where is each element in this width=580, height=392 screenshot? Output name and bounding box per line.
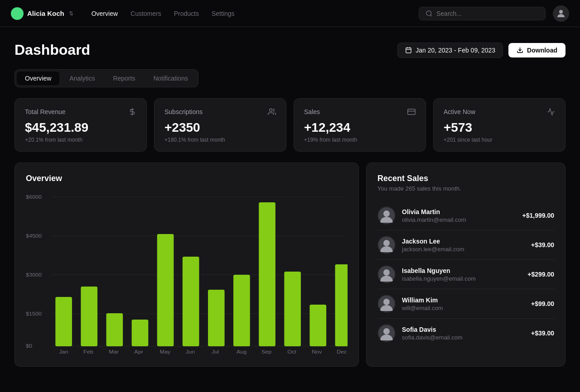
nav-right	[419, 5, 569, 22]
svg-text:$0: $0	[26, 343, 32, 349]
stat-card-sales-label: Sales	[304, 108, 320, 115]
sale-email-isabella: isabella.nguyen@email.com	[402, 275, 521, 282]
svg-text:$1500: $1500	[26, 311, 42, 317]
sale-avatar-william	[377, 295, 396, 313]
recent-sales-card: Recent Sales You made 265 sales this mon…	[366, 163, 566, 367]
bar-chart-svg: $6000 $4500 $3000 $1500 $0	[26, 192, 348, 355]
svg-text:Nov: Nov	[312, 349, 322, 355]
stat-card-revenue-value: $45,231.89	[25, 120, 136, 135]
sale-name-jackson: Jackson Lee	[402, 238, 525, 245]
svg-rect-22	[55, 297, 72, 346]
stat-card-subs-sub: +180.1% from last month	[164, 137, 276, 143]
svg-rect-32	[309, 305, 326, 346]
svg-point-53	[383, 299, 390, 305]
nav-link-settings[interactable]: Settings	[212, 10, 235, 17]
stat-cards: Total Revenue $45,231.89 +20.1% from las…	[14, 98, 566, 152]
svg-text:$3000: $3000	[26, 272, 42, 278]
stat-card-revenue-label: Total Revenue	[25, 108, 66, 115]
pulse-icon	[547, 108, 555, 116]
svg-point-47	[383, 210, 390, 217]
sale-info-isabella: Isabella Nguyen isabella.nguyen@email.co…	[402, 267, 521, 282]
sale-email-jackson: jackson.lee@email.com	[402, 246, 525, 253]
download-button[interactable]: Download	[508, 43, 566, 57]
tab-reports[interactable]: Reports	[105, 72, 143, 85]
page-title: Dashboard	[14, 42, 90, 58]
svg-rect-3	[406, 48, 411, 53]
brand[interactable]: Alicia Koch ⇅	[11, 7, 73, 20]
chart-card: Overview $6000 $4500 $3000 $1500 $0	[14, 163, 359, 367]
brand-chevron-icon: ⇅	[69, 10, 73, 17]
svg-text:May: May	[160, 349, 170, 355]
svg-rect-24	[106, 313, 123, 346]
svg-point-49	[383, 240, 390, 246]
card-icon	[407, 108, 416, 116]
nav-link-customers[interactable]: Customers	[130, 10, 161, 17]
sale-name-isabella: Isabella Nguyen	[402, 267, 521, 274]
stat-card-subs-header: Subscriptions	[164, 108, 276, 116]
svg-rect-25	[132, 320, 149, 346]
dollar-icon	[128, 108, 136, 116]
stat-card-sales-header: Sales	[304, 108, 416, 116]
sale-amount-william: +$99.00	[531, 300, 554, 307]
stat-card-revenue-header: Total Revenue	[25, 108, 136, 116]
nav-link-products[interactable]: Products	[174, 10, 199, 17]
stat-card-active-value: +573	[444, 120, 555, 135]
sale-amount-jackson: +$39.00	[531, 241, 554, 249]
svg-point-55	[383, 328, 390, 335]
sale-info-william: William Kim will@email.com	[402, 296, 525, 311]
sale-item-william: William Kim will@email.com +$99.00	[377, 289, 554, 319]
search-box[interactable]	[419, 7, 546, 20]
svg-text:$4500: $4500	[26, 233, 42, 239]
search-icon	[425, 10, 433, 17]
svg-rect-26	[157, 234, 174, 346]
user-avatar[interactable]	[553, 5, 569, 22]
svg-rect-31	[284, 272, 301, 346]
sale-amount-sofia: +$39.00	[531, 330, 554, 337]
sale-info-jackson: Jackson Lee jackson.lee@email.com	[402, 238, 525, 253]
main-content: Dashboard Jan 20, 2023 - Feb 09, 2023 Do…	[0, 27, 580, 378]
sale-avatar-jackson	[377, 236, 396, 254]
calendar-icon	[405, 47, 412, 53]
svg-rect-27	[183, 257, 199, 346]
download-icon	[517, 47, 523, 53]
nav-link-overview[interactable]: Overview	[92, 10, 118, 17]
svg-text:Apr: Apr	[134, 349, 143, 355]
svg-text:Jun: Jun	[186, 349, 195, 355]
download-label: Download	[527, 47, 557, 54]
svg-text:Jan: Jan	[59, 349, 68, 355]
dashboard-tabs: Overview Analytics Reports Notifications	[14, 69, 198, 87]
stat-card-active-sub: +201 since last hour	[444, 137, 555, 143]
sale-avatar-sofia	[377, 324, 396, 342]
recent-sales-title: Recent Sales	[377, 174, 554, 183]
sale-amount-olivia: +$1,999.00	[522, 212, 554, 219]
stat-card-subs-label: Subscriptions	[164, 108, 203, 115]
svg-text:Mar: Mar	[109, 349, 119, 355]
svg-rect-33	[335, 264, 348, 346]
svg-text:Jul: Jul	[212, 349, 219, 355]
stat-card-active-header: Active Now	[444, 108, 555, 116]
sale-name-william: William Kim	[402, 296, 525, 304]
sale-name-sofia: Sofia Davis	[402, 326, 525, 333]
stat-card-revenue-sub: +20.1% from last month	[25, 137, 136, 143]
stat-card-subscriptions: Subscriptions +2350 +180.1% from last mo…	[154, 98, 286, 152]
navbar: Alicia Koch ⇅ Overview Customers Product…	[0, 0, 580, 27]
sale-info-sofia: Sofia Davis sofia.davis@email.com	[402, 326, 525, 341]
sale-item-isabella: Isabella Nguyen isabella.nguyen@email.co…	[377, 260, 554, 289]
tab-analytics[interactable]: Analytics	[61, 72, 103, 85]
sale-item-sofia: Sofia Davis sofia.davis@email.com +$39.0…	[377, 319, 554, 348]
date-range-label: Jan 20, 2023 - Feb 09, 2023	[416, 47, 495, 54]
chart-area: $6000 $4500 $3000 $1500 $0	[26, 192, 348, 355]
tab-notifications[interactable]: Notifications	[145, 72, 196, 85]
page-header: Dashboard Jan 20, 2023 - Feb 09, 2023 Do…	[14, 42, 566, 58]
stat-card-subs-value: +2350	[164, 120, 276, 135]
sale-email-william: will@email.com	[402, 305, 525, 311]
date-range-button[interactable]: Jan 20, 2023 - Feb 09, 2023	[397, 43, 503, 58]
search-input[interactable]	[436, 10, 539, 17]
svg-text:$6000: $6000	[26, 194, 42, 200]
nav-links: Overview Customers Products Settings	[92, 10, 404, 17]
header-actions: Jan 20, 2023 - Feb 09, 2023 Download	[397, 43, 566, 58]
svg-rect-10	[408, 109, 416, 115]
brand-name: Alicia Koch	[27, 10, 64, 17]
sale-avatar-isabella	[377, 265, 396, 283]
tab-overview[interactable]: Overview	[17, 72, 59, 85]
